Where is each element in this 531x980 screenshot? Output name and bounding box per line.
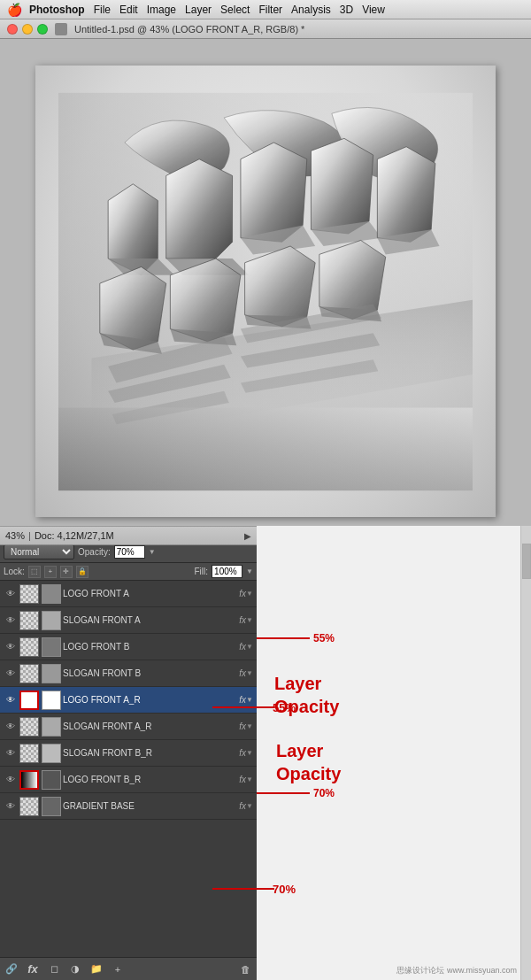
document-icon	[55, 23, 67, 35]
annotation-opacity-text: LayerOpacity	[276, 739, 341, 785]
fx-arrow[interactable]: ▼	[246, 802, 253, 810]
layer-fx-thumbnail	[42, 797, 61, 816]
link-icon[interactable]: 🔗	[4, 961, 19, 977]
menu-edit[interactable]: Edit	[119, 4, 138, 16]
watermark: 思缘设计论坛 www.missyuan.com	[396, 965, 517, 976]
layer-row[interactable]: 👁 LOGO FRONT B fx ▼	[0, 634, 257, 660]
canvas-area	[0, 39, 531, 544]
annotation-line-70	[212, 888, 274, 890]
canvas[interactable]	[35, 66, 496, 517]
layer-fx-thumbnail	[42, 637, 61, 657]
visibility-toggle[interactable]: 👁	[4, 613, 18, 628]
artwork-svg	[58, 89, 473, 495]
menu-3d[interactable]: 3D	[340, 4, 353, 16]
mask-icon[interactable]: ◻	[46, 961, 62, 977]
layer-name: SLOGAN FRONT B_R	[63, 748, 237, 758]
fx-arrow[interactable]: ▼	[246, 616, 253, 624]
fx-arrow[interactable]: ▼	[246, 722, 253, 730]
layer-fx-thumbnail	[42, 770, 61, 790]
fx-badge[interactable]: fx	[239, 801, 246, 811]
new-layer-icon[interactable]: +	[110, 961, 126, 977]
layer-name: LOGO FRONT A	[63, 589, 237, 598]
fx-badge[interactable]: fx	[239, 642, 246, 652]
layer-row[interactable]: 👁 SLOGAN FRONT B_R fx ▼	[0, 740, 257, 767]
delete-icon[interactable]: 🗑	[237, 961, 253, 977]
visibility-toggle[interactable]: 👁	[4, 667, 18, 681]
layer-thumbnail	[19, 691, 39, 710]
scrollbar[interactable]	[520, 526, 531, 980]
menu-analysis[interactable]: Analysis	[291, 4, 331, 16]
maximize-button[interactable]	[37, 24, 48, 35]
close-button[interactable]	[7, 24, 18, 35]
layer-fx-thumbnail	[42, 664, 61, 683]
apple-icon[interactable]: 🍎	[7, 3, 22, 17]
lock-position-icon[interactable]: ✛	[60, 566, 73, 578]
annotation-line-55	[212, 706, 274, 708]
minimize-button[interactable]	[22, 24, 33, 35]
visibility-toggle[interactable]: 👁	[4, 773, 18, 787]
layer-thumbnail	[19, 770, 39, 790]
opacity-dropdown-arrow[interactable]: ▼	[149, 548, 156, 556]
layer-row[interactable]: 👁 SLOGAN FRONT B fx ▼	[0, 660, 257, 687]
layer-name: LOGO FRONT B	[63, 642, 237, 652]
scrollbar-thumb[interactable]	[522, 544, 531, 579]
fx-badge[interactable]: fx	[239, 748, 246, 758]
layer-thumbnail	[19, 744, 39, 763]
menu-photoshop[interactable]: Photoshop	[29, 4, 85, 16]
menu-file[interactable]: File	[94, 4, 111, 16]
fx-badge[interactable]: fx	[239, 721, 246, 731]
title-bar: Untitled-1.psd @ 43% (LOGO FRONT A_R, RG…	[0, 19, 531, 39]
menu-layer[interactable]: Layer	[185, 4, 212, 16]
layer-name: LOGO FRONT A_R	[63, 695, 237, 705]
lock-transparent-icon[interactable]: ⬚	[28, 566, 41, 578]
adjustment-icon[interactable]: ◑	[67, 961, 83, 977]
fx-badge[interactable]: fx	[239, 695, 246, 705]
fx-arrow[interactable]: ▼	[246, 696, 253, 704]
menu-select[interactable]: Select	[220, 4, 250, 16]
menu-image[interactable]: Image	[147, 4, 176, 16]
layer-row[interactable]: 👁 SLOGAN FRONT A fx ▼	[0, 607, 257, 634]
layer-row[interactable]: 👁 LOGO FRONT A fx ▼	[0, 581, 257, 607]
artwork	[35, 66, 496, 517]
visibility-toggle[interactable]: 👁	[4, 799, 18, 814]
group-icon[interactable]: 📁	[88, 961, 104, 977]
fill-dropdown-arrow[interactable]: ▼	[246, 567, 253, 575]
visibility-toggle[interactable]: 👁	[4, 746, 18, 760]
annotation-70: 70%	[257, 787, 335, 799]
layer-row[interactable]: 👁 SLOGAN FRONT A_R fx ▼	[0, 714, 257, 740]
fx-badge[interactable]: fx	[239, 668, 246, 678]
layer-row[interactable]: 👁 GRADIENT BASE fx ▼	[0, 793, 257, 820]
visibility-toggle[interactable]: 👁	[4, 720, 18, 734]
status-arrow[interactable]: ▶	[244, 531, 251, 541]
layer-thumbnail	[19, 637, 39, 657]
opacity-input[interactable]	[114, 545, 145, 559]
fx-arrow[interactable]: ▼	[246, 669, 253, 677]
visibility-toggle[interactable]: 👁	[4, 693, 18, 707]
layer-fx-thumbnail	[42, 611, 61, 630]
lock-row: Lock: ⬚ + ✛ 🔒 Fill: ▼	[0, 563, 257, 581]
menu-view[interactable]: View	[362, 4, 385, 16]
fx-arrow[interactable]: ▼	[246, 776, 253, 783]
fx-arrow[interactable]: ▼	[246, 643, 253, 651]
fx-arrow[interactable]: ▼	[246, 590, 253, 598]
fx-badge[interactable]: fx	[239, 589, 246, 598]
visibility-toggle[interactable]: 👁	[4, 640, 18, 654]
menu-filter[interactable]: Filter	[258, 4, 282, 16]
blend-mode-select[interactable]: Normal Multiply Screen Overlay	[4, 544, 74, 559]
layer-name: SLOGAN FRONT A_R	[63, 721, 237, 731]
fx-badge[interactable]: fx	[239, 775, 246, 784]
fill-label: Fill:	[195, 567, 209, 576]
lock-image-icon[interactable]: +	[44, 566, 57, 578]
fx-arrow[interactable]: ▼	[246, 749, 253, 757]
layers-toolbar: 🔗 fx ◻ ◑ 📁 + 🗑	[0, 957, 257, 980]
annotation-55: 55%	[257, 632, 335, 644]
fx-badge[interactable]: fx	[239, 615, 246, 625]
fill-input[interactable]	[212, 565, 242, 578]
visibility-toggle[interactable]: 👁	[4, 587, 18, 601]
effects-icon[interactable]: fx	[25, 961, 41, 977]
layers-panel: LAYERS Normal Multiply Screen Overlay Op…	[0, 526, 257, 980]
lock-all-icon[interactable]: 🔒	[76, 566, 88, 578]
layer-row[interactable]: 👁 LOGO FRONT B_R fx ▼	[0, 767, 257, 793]
menu-bar: 🍎 Photoshop File Edit Image Layer Select…	[0, 0, 531, 19]
layer-row-active[interactable]: 👁 LOGO FRONT A_R fx ▼	[0, 687, 257, 714]
